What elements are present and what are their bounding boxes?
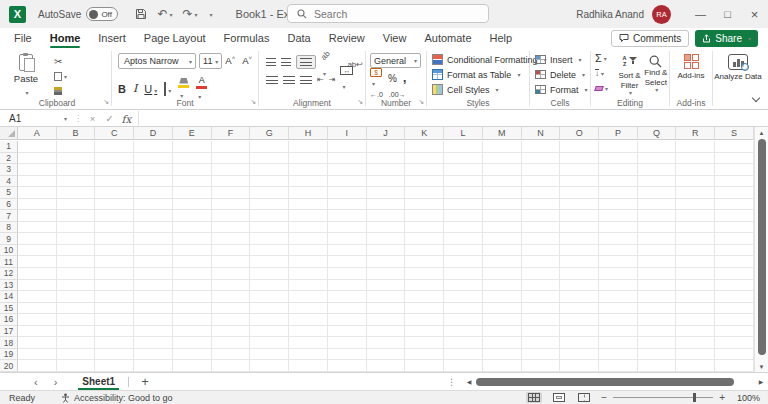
cell-L4[interactable] [444, 176, 483, 188]
cell-D14[interactable] [134, 291, 173, 303]
cell-D16[interactable] [134, 314, 173, 326]
cell-P8[interactable] [599, 222, 638, 234]
cell-C20[interactable] [95, 360, 134, 372]
cell-E18[interactable] [173, 337, 212, 349]
cell-Q14[interactable] [638, 291, 677, 303]
cell-D1[interactable] [134, 141, 173, 153]
comma-style-button[interactable]: , [403, 71, 406, 85]
increase-indent-button[interactable]: ⇥ [329, 75, 336, 84]
cell-E15[interactable] [173, 303, 212, 315]
formula-input[interactable] [138, 111, 768, 126]
cell-A10[interactable] [18, 245, 57, 257]
cell-N8[interactable] [522, 222, 561, 234]
row-header-13[interactable]: 13 [0, 280, 18, 292]
row-header-7[interactable]: 7 [0, 210, 18, 222]
cell-C19[interactable] [95, 349, 134, 361]
cell-E4[interactable] [173, 176, 212, 188]
cell-G11[interactable] [250, 256, 289, 268]
cell-R6[interactable] [676, 199, 715, 211]
bottom-align-button[interactable] [296, 55, 316, 69]
column-header-H[interactable]: H [289, 127, 328, 139]
cell-J17[interactable] [367, 326, 406, 338]
cell-A7[interactable] [18, 210, 57, 222]
cell-S6[interactable] [715, 199, 754, 211]
cell-R18[interactable] [676, 337, 715, 349]
cell-P6[interactable] [599, 199, 638, 211]
format-button[interactable]: Format [535, 82, 590, 97]
cell-N16[interactable] [522, 314, 561, 326]
cell-N2[interactable] [522, 153, 561, 165]
cell-D8[interactable] [134, 222, 173, 234]
cell-O1[interactable] [560, 141, 599, 153]
cell-D5[interactable] [134, 187, 173, 199]
cell-F3[interactable] [212, 164, 251, 176]
cell-L17[interactable] [444, 326, 483, 338]
cell-F11[interactable] [212, 256, 251, 268]
previous-sheet-icon[interactable]: ‹ [34, 376, 38, 388]
cell-O11[interactable] [560, 256, 599, 268]
cell-J12[interactable] [367, 268, 406, 280]
cell-R10[interactable] [676, 245, 715, 257]
cell-S18[interactable] [715, 337, 754, 349]
cell-D11[interactable] [134, 256, 173, 268]
cell-H3[interactable] [289, 164, 328, 176]
decrease-indent-button[interactable]: ⇤ [317, 75, 324, 84]
cell-I5[interactable] [328, 187, 367, 199]
cell-S14[interactable] [715, 291, 754, 303]
cell-I8[interactable] [328, 222, 367, 234]
cell-J7[interactable] [367, 210, 406, 222]
cell-H2[interactable] [289, 153, 328, 165]
cell-G9[interactable] [250, 233, 289, 245]
row-header-4[interactable]: 4 [0, 176, 18, 188]
cell-R8[interactable] [676, 222, 715, 234]
cell-Q9[interactable] [638, 233, 677, 245]
cell-K9[interactable] [405, 233, 444, 245]
cell-J16[interactable] [367, 314, 406, 326]
cell-F4[interactable] [212, 176, 251, 188]
enter-button[interactable]: ✓ [101, 111, 118, 126]
cell-R4[interactable] [676, 176, 715, 188]
cell-P4[interactable] [599, 176, 638, 188]
cell-J10[interactable] [367, 245, 406, 257]
cell-I16[interactable] [328, 314, 367, 326]
cell-N4[interactable] [522, 176, 561, 188]
cell-J11[interactable] [367, 256, 406, 268]
cell-M8[interactable] [483, 222, 522, 234]
vertical-scroll-track[interactable] [755, 138, 768, 361]
cell-C16[interactable] [95, 314, 134, 326]
column-header-Q[interactable]: Q [638, 127, 677, 139]
cell-N19[interactable] [522, 349, 561, 361]
addins-button[interactable]: Add-ins [677, 71, 704, 80]
cell-S13[interactable] [715, 280, 754, 292]
cell-J5[interactable] [367, 187, 406, 199]
cell-N12[interactable] [522, 268, 561, 280]
cell-K19[interactable] [405, 349, 444, 361]
menu-tab-insert[interactable]: Insert [89, 28, 135, 48]
cell-K4[interactable] [405, 176, 444, 188]
column-header-M[interactable]: M [483, 127, 522, 139]
cell-Q17[interactable] [638, 326, 677, 338]
column-header-O[interactable]: O [560, 127, 599, 139]
cell-K18[interactable] [405, 337, 444, 349]
cell-R11[interactable] [676, 256, 715, 268]
cell-O7[interactable] [560, 210, 599, 222]
column-header-R[interactable]: R [676, 127, 715, 139]
cell-B1[interactable] [57, 141, 96, 153]
cell-E3[interactable] [173, 164, 212, 176]
cell-P18[interactable] [599, 337, 638, 349]
row-header-19[interactable]: 19 [0, 349, 18, 361]
cell-J6[interactable] [367, 199, 406, 211]
cell-E9[interactable] [173, 233, 212, 245]
menu-tab-home[interactable]: Home [41, 28, 90, 48]
cell-F20[interactable] [212, 360, 251, 372]
column-header-E[interactable]: E [173, 127, 212, 139]
cell-N7[interactable] [522, 210, 561, 222]
avatar[interactable]: RA [652, 5, 671, 24]
cell-Q10[interactable] [638, 245, 677, 257]
save-button[interactable] [135, 8, 147, 20]
align-left-button[interactable] [266, 76, 278, 84]
next-sheet-icon[interactable]: › [54, 376, 58, 388]
cell-E2[interactable] [173, 153, 212, 165]
cell-B5[interactable] [57, 187, 96, 199]
menu-tab-view[interactable]: View [374, 28, 416, 48]
